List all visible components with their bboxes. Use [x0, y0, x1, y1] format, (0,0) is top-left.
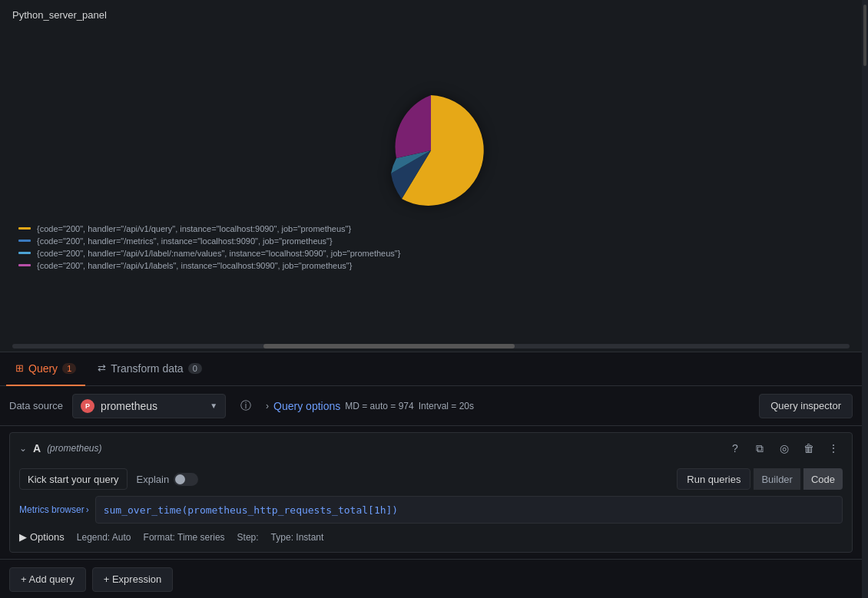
- tab-transform[interactable]: ⇄ Transform data 0: [88, 352, 211, 386]
- legend-color: [18, 227, 31, 230]
- legend-item: {code="200", handler="/api/v1/query", in…: [18, 224, 843, 233]
- query-a-source: (prometheus): [47, 443, 101, 454]
- legend-text: {code="200", handler="/api/v1/labels", i…: [37, 261, 352, 270]
- options-expand[interactable]: ▶ Options: [19, 531, 65, 543]
- query-input-row: Metrics browser ›: [19, 496, 843, 524]
- table-icon: ⊞: [15, 362, 24, 374]
- kick-start-label: Kick start your query: [28, 474, 119, 485]
- query-section: ⊞ Query 1 ⇄ Transform data 0 Data source…: [0, 352, 862, 598]
- legend-area: {code="200", handler="/api/v1/query", in…: [12, 224, 850, 273]
- legend-color: [18, 240, 31, 242]
- explain-group: Explain: [137, 473, 199, 486]
- tab-query[interactable]: ⊞ Query 1: [6, 352, 85, 386]
- expression-label: + Expression: [104, 573, 162, 585]
- chart-area: {code="200", handler="/api/v1/query", in…: [12, 27, 850, 341]
- datasource-label: Data source: [9, 400, 63, 411]
- query-help-button[interactable]: ?: [726, 439, 744, 458]
- legend-item: {code="200", handler="/api/v1/label/:nam…: [18, 249, 843, 258]
- kick-start-row: Kick start your query Explain Run querie…: [19, 468, 843, 490]
- code-button[interactable]: Code: [803, 468, 843, 490]
- datasource-info-button[interactable]: ⓘ: [235, 395, 257, 417]
- transform-icon: ⇄: [98, 362, 106, 374]
- datasource-name: prometheus: [101, 400, 204, 412]
- tab-query-label: Query: [28, 362, 58, 375]
- builder-code-group: Run queries Builder Code: [677, 468, 843, 490]
- panel-area: Python_server_panel: [0, 0, 862, 352]
- expression-button[interactable]: + Expression: [92, 567, 174, 592]
- add-query-button[interactable]: + Add query: [9, 567, 86, 592]
- options-format: Format: Time series: [144, 532, 225, 543]
- query-a-block: ⌄ A (prometheus) ? ⧉ ◎ 🗑 ⋮ Ki: [9, 432, 853, 553]
- metrics-browser-label: Metrics browser: [19, 504, 84, 515]
- panel-title: Python_server_panel: [12, 9, 850, 21]
- pie-chart-svg: [369, 89, 492, 212]
- metrics-browser-link[interactable]: Metrics browser ›: [19, 504, 95, 515]
- query-inspector-button[interactable]: Query inspector: [759, 394, 853, 418]
- builder-button[interactable]: Builder: [754, 468, 800, 490]
- query-a-collapse[interactable]: ⌄: [19, 443, 27, 454]
- options-legend: Legend: Auto: [77, 532, 131, 543]
- metrics-browser-chevron: ›: [86, 504, 89, 515]
- query-input-field[interactable]: [95, 496, 843, 524]
- tab-transform-label: Transform data: [111, 362, 183, 375]
- options-type: Type: Instant: [271, 532, 324, 543]
- tabs-bar: ⊞ Query 1 ⇄ Transform data 0: [0, 352, 862, 386]
- query-options-interval: Interval = 20s: [419, 401, 474, 411]
- legend-item: {code="200", handler="/api/v1/labels", i…: [18, 261, 843, 270]
- prometheus-icon: P: [81, 399, 94, 413]
- options-row: ▶ Options Legend: Auto Format: Time seri…: [19, 528, 843, 546]
- datasource-dropdown-arrow: ▼: [210, 401, 217, 410]
- query-options-chevron: ›: [266, 401, 269, 411]
- run-queries-label: Run queries: [687, 474, 740, 485]
- horizontal-scrollbar[interactable]: [12, 344, 850, 349]
- bottom-bar: + Add query + Expression: [0, 559, 862, 598]
- add-query-label: + Add query: [21, 573, 75, 585]
- query-options-md: MD = auto = 974: [345, 401, 413, 411]
- explain-toggle[interactable]: [174, 473, 198, 486]
- query-options-label[interactable]: Query options: [273, 400, 340, 412]
- query-more-button[interactable]: ⋮: [824, 439, 843, 458]
- query-delete-button[interactable]: 🗑: [800, 439, 818, 458]
- builder-label: Builder: [761, 474, 792, 485]
- options-step: Step:: [237, 532, 259, 543]
- legend-color: [18, 252, 31, 254]
- legend-text: {code="200", handler="/api/v1/label/:nam…: [37, 249, 400, 258]
- query-a-actions: ? ⧉ ◎ 🗑 ⋮: [726, 439, 843, 458]
- run-queries-button[interactable]: Run queries: [677, 468, 750, 490]
- query-editor-area: Kick start your query Explain Run querie…: [10, 464, 852, 552]
- query-duplicate-button[interactable]: ⧉: [750, 439, 769, 458]
- datasource-row: Data source P prometheus ▼ ⓘ › Query opt…: [0, 386, 862, 426]
- vertical-scrollbar[interactable]: [862, 0, 868, 598]
- scrollbar-thumb: [863, 5, 866, 66]
- pie-chart-container: [369, 89, 492, 212]
- options-label: Options: [30, 531, 65, 543]
- legend-color: [18, 264, 31, 266]
- query-options-group: › Query options MD = auto = 974 Interval…: [266, 400, 750, 412]
- kick-start-button[interactable]: Kick start your query: [19, 468, 128, 490]
- query-visibility-button[interactable]: ◎: [775, 439, 793, 458]
- datasource-select[interactable]: P prometheus ▼: [72, 394, 226, 418]
- query-inspector-label: Query inspector: [770, 400, 841, 411]
- legend-item: {code="200", handler="/metrics", instanc…: [18, 236, 843, 246]
- legend-text: {code="200", handler="/metrics", instanc…: [37, 236, 333, 246]
- tab-transform-badge: 0: [188, 363, 202, 374]
- info-icon: ⓘ: [240, 399, 251, 413]
- explain-label: Explain: [137, 474, 170, 485]
- toggle-knob: [175, 474, 185, 484]
- tab-query-badge: 1: [62, 363, 76, 374]
- query-a-letter: A: [33, 442, 41, 454]
- code-label: Code: [811, 474, 835, 485]
- legend-text: {code="200", handler="/api/v1/query", in…: [37, 224, 351, 233]
- options-expand-icon: ▶: [19, 531, 27, 543]
- query-a-header: ⌄ A (prometheus) ? ⧉ ◎ 🗑 ⋮: [10, 433, 852, 464]
